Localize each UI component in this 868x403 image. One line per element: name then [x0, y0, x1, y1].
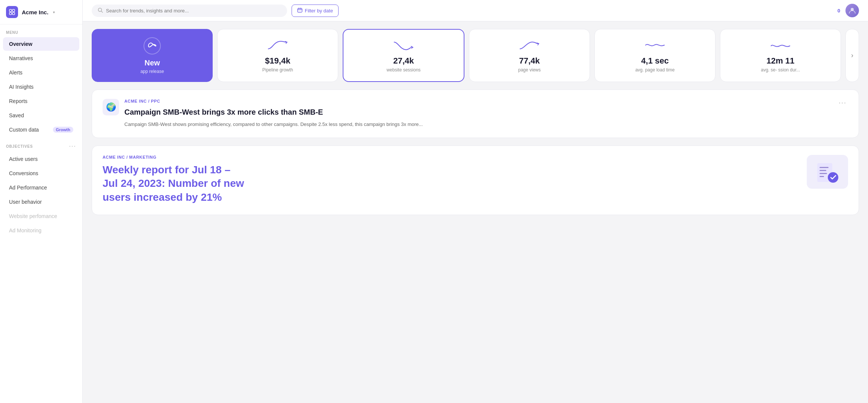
sidebar-item-label: Ad Monitoring [9, 227, 41, 233]
logo-icon [6, 6, 18, 18]
sidebar-item-saved[interactable]: Saved [3, 109, 79, 122]
ppc-insight-card: 🌍 ACME INC / PPC Campaign SMB-West bring… [92, 89, 859, 138]
ppc-card-title: Campaign SMB-West brings 3x more clicks … [124, 107, 832, 117]
sidebar-item-website-performance[interactable]: Website perfomance [3, 209, 79, 223]
marketing-card-content: ACME INC / MARKETING Weekly report for J… [103, 155, 798, 206]
sidebar-item-narratives[interactable]: Narratives [3, 52, 79, 65]
metric-card-website-sessions[interactable]: 27,4k website sessions [343, 29, 464, 82]
sidebar-item-active-users[interactable]: Active users [3, 152, 79, 166]
curve-up2-icon [518, 38, 541, 53]
search-icon [98, 8, 103, 14]
company-name: Acme Inc. [22, 9, 48, 15]
wave-icon [644, 38, 666, 53]
metric-label-featured: app release [141, 69, 164, 74]
marketing-card-title: Weekly report for Jul 18 – Jul 24, 2023:… [103, 163, 798, 204]
metric-card-pipeline-growth[interactable]: $19,4k Pipeline growth [217, 29, 338, 82]
sidebar-item-reports[interactable]: Reports [3, 94, 79, 108]
ppc-card-menu-button[interactable]: ··· [837, 99, 848, 107]
sidebar-item-label: Website perfomance [9, 213, 57, 219]
search-input[interactable] [106, 8, 281, 14]
page-content: New app release $19,4k Pipeline growth [83, 21, 868, 403]
sidebar-item-label: Alerts [9, 70, 23, 76]
ppc-card-body: Campaign SMB-West shows promising effici… [124, 121, 832, 129]
svg-rect-15 [820, 173, 827, 174]
globe-icon: 🌍 [103, 99, 119, 115]
metrics-row: New app release $19,4k Pipeline growth [92, 29, 859, 82]
filter-button-label: Filter by date [305, 8, 333, 14]
sidebar-header: Acme Inc. ▾ [0, 0, 82, 24]
sidebar-item-label: Active users [9, 156, 38, 162]
sidebar-item-overview[interactable]: Overview [3, 37, 79, 51]
sidebar-item-label: Narratives [9, 55, 33, 61]
svg-rect-13 [820, 167, 829, 168]
ppc-card-header: 🌍 ACME INC / PPC Campaign SMB-West bring… [103, 99, 848, 129]
menu-section-label: MENU [0, 24, 82, 37]
svg-rect-3 [12, 12, 15, 15]
sidebar-item-custom-data[interactable]: Custom data Growth [3, 123, 79, 136]
ppc-breadcrumb: ACME INC / PPC [124, 99, 832, 103]
svg-point-17 [828, 172, 838, 183]
marketing-illustration [807, 155, 848, 189]
svg-rect-14 [820, 170, 826, 171]
sidebar-item-label: Conversions [9, 170, 38, 176]
chevron-down-icon[interactable]: ▾ [53, 10, 55, 14]
ppc-card-content: ACME INC / PPC Campaign SMB-West brings … [124, 99, 832, 129]
wave2-icon [769, 38, 792, 53]
metric-label-pageload: avg. page load time [635, 67, 675, 73]
infinity-icon [143, 37, 161, 55]
marketing-title-line3: users increased by 21% [103, 191, 222, 203]
objectives-menu-button[interactable]: ··· [69, 143, 76, 150]
objectives-section-label: OBJECTIVES [6, 144, 33, 148]
sidebar-item-conversions[interactable]: Conversions [3, 167, 79, 180]
objectives-header: OBJECTIVES ··· [0, 137, 82, 152]
marketing-breadcrumb: ACME INC / MARKETING [103, 155, 798, 159]
metric-value-pageload: 4,1 sec [641, 56, 668, 66]
svg-rect-6 [298, 8, 302, 12]
sidebar-item-ad-performance[interactable]: Ad Performance [3, 181, 79, 194]
svg-rect-2 [9, 12, 12, 15]
curve-down-icon [392, 38, 415, 53]
search-bar[interactable] [92, 5, 287, 17]
topbar: Filter by date 0 [83, 0, 868, 21]
metric-card-avg-session[interactable]: 12m 11 avg. se- ssion dur... [720, 29, 841, 82]
curve-up-icon [266, 38, 289, 53]
avatar-image [845, 4, 859, 17]
marketing-insight-card: ACME INC / MARKETING Weekly report for J… [92, 145, 859, 215]
metric-card-new-app-release[interactable]: New app release [92, 29, 213, 82]
filter-by-date-button[interactable]: Filter by date [292, 5, 339, 17]
marketing-card-row: ACME INC / MARKETING Weekly report for J… [103, 155, 848, 206]
metric-label-pageviews: page views [518, 67, 541, 73]
metric-label-pipeline: Pipeline growth [262, 67, 293, 73]
sidebar-item-label: User behavior [9, 199, 42, 205]
sidebar-item-label: AI Insights [9, 84, 33, 90]
marketing-title-line2: Jul 24, 2023: Number of new [103, 177, 244, 189]
metric-value-sessions: 27,4k [393, 56, 414, 66]
svg-point-11 [144, 38, 160, 54]
sidebar-item-alerts[interactable]: Alerts [3, 66, 79, 79]
sidebar-item-label: Ad Performance [9, 185, 47, 191]
metric-value-featured: New [144, 59, 160, 67]
sidebar-item-ai-insights[interactable]: AI Insights [3, 80, 79, 94]
sidebar-item-label: Reports [9, 98, 27, 104]
sidebar-item-label: Overview [9, 41, 32, 47]
sidebar-item-label: Custom data [9, 127, 39, 133]
metrics-next-button[interactable]: › [845, 29, 859, 82]
notification-count[interactable]: 0 [838, 8, 840, 14]
custom-data-badge: Growth [53, 127, 74, 133]
metric-label-session-dur: avg. se- ssion dur... [761, 67, 800, 73]
sidebar-item-ad-monitoring[interactable]: Ad Monitoring [3, 224, 79, 237]
calendar-icon [297, 8, 302, 14]
svg-rect-16 [820, 176, 824, 177]
metric-card-page-views[interactable]: 77,4k page views [469, 29, 590, 82]
sidebar: Acme Inc. ▾ MENU Overview Narratives Ale… [0, 0, 83, 403]
sidebar-item-user-behavior[interactable]: User behavior [3, 195, 79, 209]
svg-rect-1 [12, 9, 15, 12]
marketing-title-line1: Weekly report for Jul 18 – [103, 164, 230, 176]
metric-label-sessions: website sessions [387, 67, 421, 73]
metric-card-avg-page-load[interactable]: 4,1 sec avg. page load time [594, 29, 715, 82]
avatar[interactable] [845, 4, 859, 17]
svg-line-5 [101, 11, 103, 12]
main-content: Filter by date 0 [83, 0, 868, 403]
metric-value-pageviews: 77,4k [519, 56, 540, 66]
metric-value-session-dur: 12m 11 [767, 56, 795, 66]
